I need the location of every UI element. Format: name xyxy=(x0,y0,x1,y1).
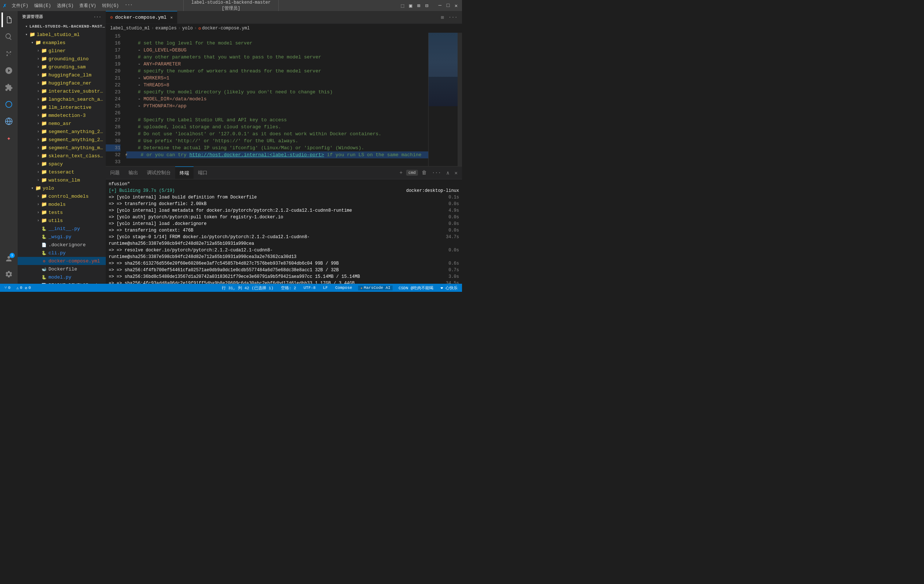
tree-item-segment_anything_2_image[interactable]: › 📁 segment_anything_2_image xyxy=(18,127,106,136)
more-terminal-actions-button[interactable]: ··· xyxy=(431,169,442,176)
source-control-activity-icon[interactable] xyxy=(2,46,16,61)
minimize-button[interactable]: ─ xyxy=(437,3,443,8)
search-bar[interactable]: label-studio-ml-backend-master [管理员] xyxy=(183,0,279,13)
remote-activity-icon[interactable] xyxy=(2,114,16,129)
code-editor[interactable]: 15 16 17 18 19 20 21 22 23 24 25 26 27 2… xyxy=(106,33,462,166)
chevron-right-icon: › xyxy=(35,64,41,70)
new-terminal-button[interactable]: + xyxy=(398,169,404,176)
sidebar-content: ▾ LABEL-STUDIO-ML-BACKEND-MASTER ▾ 📁 lab… xyxy=(18,22,106,284)
panel-tab-ports[interactable]: 端口 xyxy=(193,167,212,179)
statusbar-indentation[interactable]: 空格: 2 xyxy=(279,285,298,291)
file-label: Dockerfile xyxy=(48,266,77,272)
breadcrumb-docker-compose-yml[interactable]: ⚙ docker-compose.yml xyxy=(198,26,250,31)
tree-item-model-py[interactable]: › 🐍 model.py xyxy=(18,273,106,281)
breadcrumb-label_studio_ml[interactable]: label_studio_ml xyxy=(110,26,150,31)
statusbar-language-mode[interactable]: Compose xyxy=(334,286,354,290)
run-debug-activity-icon[interactable] xyxy=(2,63,16,78)
statusbar-marscode[interactable]: ✦ MarsCode AI xyxy=(358,286,393,290)
tree-item-docker-compose-yml[interactable]: › ⚙ docker-compose.yml xyxy=(18,257,106,265)
code-content[interactable]: # set the log level for the model server… xyxy=(124,33,428,166)
tree-item-watsonx_llm[interactable]: › 📁 watsonx_llm xyxy=(18,176,106,184)
statusbar-account-info[interactable]: CSDN @吃肉不能喝 xyxy=(397,285,435,291)
tree-item-control_models[interactable]: › 📁 control_models xyxy=(18,192,106,200)
panel-tab-terminal[interactable]: 终端 xyxy=(175,167,193,179)
split-editor-button[interactable]: ⊞ xyxy=(439,13,445,22)
close-button[interactable]: ✕ xyxy=(453,3,459,8)
tab-close-button[interactable]: ✕ xyxy=(170,15,173,20)
layout-toggle-2[interactable]: ▣ xyxy=(408,3,414,8)
chevron-right-icon: › xyxy=(35,218,41,223)
tree-item-segment_anything_2_video[interactable]: › 📁 segment_anything_2_video xyxy=(18,136,106,144)
more-tab-actions-button[interactable]: ··· xyxy=(447,13,459,21)
docker-activity-icon[interactable] xyxy=(2,97,16,112)
menu-goto[interactable]: 转到(G) xyxy=(100,2,121,10)
explorer-activity-icon[interactable] xyxy=(2,13,16,27)
terminal-line: nfusion" xyxy=(109,181,459,187)
panel-tab-output[interactable]: 输出 xyxy=(124,167,142,179)
account-info-label: CSDN @吃肉不能喝 xyxy=(398,285,433,291)
folder-label: segment_anything_2_video xyxy=(48,137,106,142)
menu-more[interactable]: ··· xyxy=(123,2,135,10)
breadcrumb-yolo[interactable]: yolo xyxy=(182,26,193,31)
kill-terminal-button[interactable]: 🗑 xyxy=(420,169,428,176)
tree-item-tests[interactable]: › 📁 tests xyxy=(18,208,106,217)
search-activity-icon[interactable] xyxy=(2,30,16,44)
split-terminal-button[interactable]: cmd xyxy=(406,170,418,176)
tree-item-wsgi-py[interactable]: › 🐍 _wsgi.py xyxy=(18,233,106,241)
maximize-button[interactable]: □ xyxy=(445,3,451,8)
menu-view[interactable]: 查看(V) xyxy=(77,2,98,10)
terminal-content[interactable]: nfusion" [+] Building 39.7s (5/19) docke… xyxy=(106,179,462,284)
maximize-panel-button[interactable]: ∧ xyxy=(445,169,450,177)
panel-tab-problems[interactable]: 问题 xyxy=(106,167,124,179)
tree-item-gliner[interactable]: › 📁 gliner xyxy=(18,47,106,55)
sidebar-overflow-menu[interactable]: ··· xyxy=(94,15,101,19)
tree-item-readme-develop-md[interactable]: › 📝 README_DEVELOP.md xyxy=(18,281,106,284)
tree-item-cli-py[interactable]: › 🐍 cli.py xyxy=(18,249,106,257)
account-activity-icon[interactable]: 1 xyxy=(2,251,16,266)
tree-item-dockerfile[interactable]: › 🐋 Dockerfile xyxy=(18,265,106,273)
tree-item-huggingface_ner[interactable]: › 📁 huggingface_ner xyxy=(18,79,106,87)
close-panel-button[interactable]: ✕ xyxy=(453,169,459,177)
tree-item-spacy[interactable]: › 📁 spacy xyxy=(18,160,106,168)
folder-label: gliner xyxy=(48,48,66,54)
tree-item-examples[interactable]: ▾ 📁 examples xyxy=(18,39,106,47)
tree-item-utils[interactable]: › 📁 utils xyxy=(18,217,106,225)
tree-item-interactive_substring_matching[interactable]: › 📁 interactive_substring_matching xyxy=(18,87,106,95)
tree-item-init-py[interactable]: › 🐍 __init__.py xyxy=(18,225,106,233)
tree-item-grounding_sam[interactable]: › 📁 grounding_sam xyxy=(18,63,106,71)
tab-docker-compose-yml[interactable]: ⚙ docker-compose.yml ✕ xyxy=(106,11,177,23)
layout-toggle-3[interactable]: ⊞ xyxy=(416,3,422,8)
tree-item-grounding_dino[interactable]: › 📁 grounding_dino xyxy=(18,55,106,63)
statusbar-cursor-position[interactable]: 行 31, 列 42 (已选择 1) xyxy=(220,285,275,291)
menu-select[interactable]: 选择(S) xyxy=(55,2,76,10)
breadcrumb-examples[interactable]: examples xyxy=(155,26,177,31)
tree-item-yolo[interactable]: ▾ 📁 yolo xyxy=(18,184,106,192)
marscode-activity-icon[interactable]: ✦ xyxy=(2,131,16,146)
tree-item-models[interactable]: › 📁 models xyxy=(18,200,106,208)
tree-item-huggingface_llm[interactable]: › 📁 huggingface_llm xyxy=(18,71,106,79)
tree-item-segment_anything_model[interactable]: › 📁 segment_anything_model xyxy=(18,144,106,152)
statusbar-line-ending[interactable]: LF xyxy=(321,286,329,290)
file-yaml-icon: ⚙ xyxy=(41,258,47,264)
menu-file[interactable]: 文件(F) xyxy=(10,2,31,10)
menu-edit[interactable]: 编辑(E) xyxy=(32,2,53,10)
tree-item-tesseract[interactable]: › 📁 tesseract xyxy=(18,168,106,176)
tree-item-llm_interactive[interactable]: › 📁 llm_interactive xyxy=(18,103,106,111)
tree-item-label_studio_ml[interactable]: ▾ 📁 label_studio_ml xyxy=(18,30,106,39)
settings-activity-icon[interactable] xyxy=(2,267,16,281)
layout-toggle-4[interactable]: ⊟ xyxy=(424,3,430,8)
tree-root[interactable]: ▾ LABEL-STUDIO-ML-BACKEND-MASTER xyxy=(18,22,106,30)
tree-item-sklearn_text_classifier[interactable]: › 📁 sklearn_text_classifier xyxy=(18,152,106,160)
statusbar-heart-message[interactable]: ❤ 心快乐 xyxy=(439,285,459,291)
tree-item-langchain_search_agent[interactable]: › 📁 langchain_search_agent xyxy=(18,95,106,103)
extensions-activity-icon[interactable] xyxy=(2,80,16,95)
layout-toggle-1[interactable]: ⬚ xyxy=(399,3,406,8)
panel-tab-debug[interactable]: 调试控制台 xyxy=(142,167,175,179)
statusbar-encoding[interactable]: UTF-8 xyxy=(302,286,317,290)
editor-scrollbar[interactable] xyxy=(458,33,462,166)
statusbar-git-branch[interactable]: ⑂ 0 xyxy=(3,286,12,290)
tree-item-mmdetection-3[interactable]: › 📁 mmdetection-3 xyxy=(18,111,106,119)
statusbar-errors[interactable]: ⚠ 0 ⊘ 0 xyxy=(15,286,32,290)
tree-item-nemo_asr[interactable]: › 📁 nemo_asr xyxy=(18,119,106,127)
tree-item-dockerignore[interactable]: › 📄 .dockerignore xyxy=(18,241,106,249)
